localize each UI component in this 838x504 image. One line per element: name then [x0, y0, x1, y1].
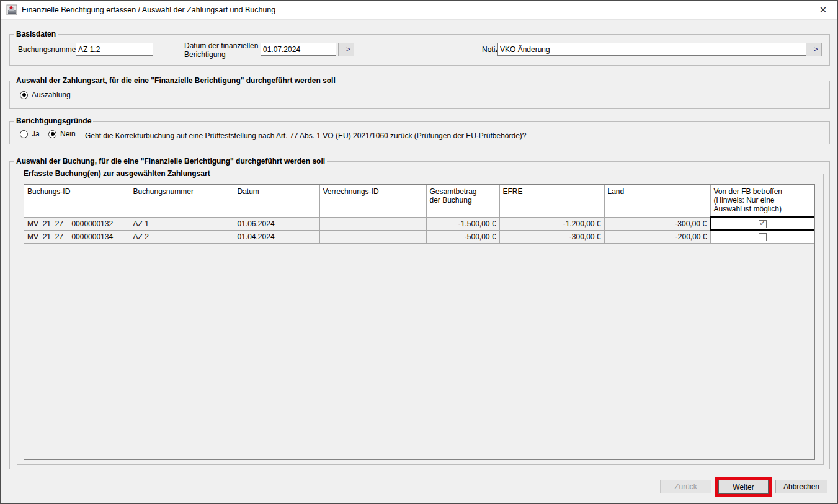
cell-gesamtbetrag[interactable]: -1.500,00 €	[426, 217, 499, 230]
ja-label: Ja	[32, 130, 40, 138]
dialog-window: Finanzielle Berichtigung erfassen / Ausw…	[0, 0, 838, 504]
table-row[interactable]: MV_21_27__0000000134AZ 201.04.2024-500,0…	[24, 230, 814, 243]
cell-land[interactable]: -300,00 €	[604, 217, 710, 230]
cell-buchungsnummer[interactable]: AZ 2	[130, 230, 234, 243]
group-zahlungsart: Auswahl der Zahlungsart, für die eine "F…	[9, 81, 830, 109]
column-header-gesamtbetrag[interactable]: Gesamtbetrag der Buchung	[426, 185, 499, 217]
title-bar: Finanzielle Berichtigung erfassen / Ausw…	[1, 1, 837, 20]
nein-radio[interactable]	[48, 130, 56, 138]
cell-datum[interactable]: 01.04.2024	[234, 230, 319, 243]
notiz-label: Notiz	[482, 45, 499, 54]
column-header-verrechnungs_id[interactable]: Verrechnungs-ID	[319, 185, 426, 217]
buchungsnummer-input[interactable]	[76, 43, 153, 56]
weiter-highlight-annotation: Weiter	[715, 477, 772, 497]
column-header-buchungs_id[interactable]: Buchungs-ID	[24, 185, 130, 217]
betroffen-cell[interactable]	[710, 217, 814, 230]
group-basisdaten-legend: Basisdaten	[14, 30, 58, 38]
cell-buchungs_id[interactable]: MV_21_27__0000000132	[24, 217, 130, 230]
group-basisdaten: Basisdaten Buchungsnummer Datum der fina…	[9, 34, 830, 66]
notiz-input[interactable]	[497, 43, 810, 56]
ja-radio[interactable]	[20, 130, 28, 138]
datum-label: Datum der finanziellen Berichtigung	[184, 42, 260, 59]
auszahlung-radio[interactable]	[20, 91, 28, 99]
column-header-land[interactable]: Land	[604, 185, 710, 217]
notiz-arrow-button[interactable]: ->	[806, 43, 822, 56]
cell-verrechnungs_id[interactable]	[319, 217, 426, 230]
buchungsnummer-label: Buchungsnummer	[18, 45, 78, 54]
row-checkbox[interactable]	[759, 233, 767, 241]
group-buchung-legend: Auswahl der Buchung, für die eine "Finan…	[14, 157, 327, 166]
cell-verrechnungs_id[interactable]	[319, 230, 426, 243]
auszahlung-option[interactable]: Auszahlung	[20, 91, 71, 99]
nein-option[interactable]: Nein	[48, 130, 76, 138]
column-header-efre[interactable]: EFRE	[499, 185, 604, 217]
buchungen-table: Buchungs-IDBuchungsnummerDatumVerrechnun…	[24, 185, 815, 244]
buchungen-table-container: Buchungs-IDBuchungsnummerDatumVerrechnun…	[24, 184, 815, 460]
weiter-button[interactable]: Weiter	[718, 480, 769, 494]
zurueck-button[interactable]: Zurück	[660, 480, 711, 493]
cell-gesamtbetrag[interactable]: -500,00 €	[426, 230, 499, 243]
group-buchung: Auswahl der Buchung, für die eine "Finan…	[9, 161, 830, 469]
column-header-betroffen[interactable]: Von der FB betroffen (Hinweis: Nur eine …	[710, 185, 814, 217]
group-berichtigungsgruende-legend: Berichtigungsgründe	[14, 117, 93, 125]
row-checkbox[interactable]	[759, 220, 767, 228]
table-header-row: Buchungs-IDBuchungsnummerDatumVerrechnun…	[24, 185, 814, 217]
cell-buchungsnummer[interactable]: AZ 1	[130, 217, 234, 230]
nein-label: Nein	[60, 130, 76, 138]
cell-land[interactable]: -200,00 €	[604, 230, 710, 243]
cell-datum[interactable]: 01.06.2024	[234, 217, 319, 230]
cell-buchungs_id[interactable]: MV_21_27__0000000134	[24, 230, 130, 243]
app-icon	[6, 4, 17, 15]
betroffen-cell[interactable]	[710, 230, 814, 243]
window-title: Finanzielle Berichtigung erfassen / Ausw…	[22, 6, 275, 14]
column-header-datum[interactable]: Datum	[234, 185, 319, 217]
cell-efre[interactable]: -1.200,00 €	[499, 217, 604, 230]
ja-option[interactable]: Ja	[20, 130, 40, 138]
group-berichtigungsgruende: Berichtigungsgründe Ja Nein Geht die Kor…	[9, 121, 830, 144]
table-row[interactable]: MV_21_27__0000000132AZ 101.06.2024-1.500…	[24, 217, 814, 230]
close-icon[interactable]: ✕	[813, 1, 834, 19]
datum-input[interactable]	[261, 43, 336, 56]
group-erfasste-buchungen: Erfasste Buchung(en) zur ausgewählten Za…	[17, 174, 824, 465]
auszahlung-label: Auszahlung	[32, 91, 71, 99]
group-zahlungsart-legend: Auswahl der Zahlungsart, für die eine "F…	[14, 76, 337, 85]
datum-arrow-button[interactable]: ->	[338, 43, 354, 56]
group-erfasste-buchungen-legend: Erfasste Buchung(en) zur ausgewählten Za…	[22, 169, 212, 178]
abbrechen-button[interactable]: Abbrechen	[775, 480, 827, 493]
berichtigungsgruende-question: Geht die Korrekturbuchung auf eine Prüff…	[85, 131, 527, 140]
column-header-buchungsnummer[interactable]: Buchungsnummer	[130, 185, 234, 217]
cell-efre[interactable]: -300,00 €	[499, 230, 604, 243]
